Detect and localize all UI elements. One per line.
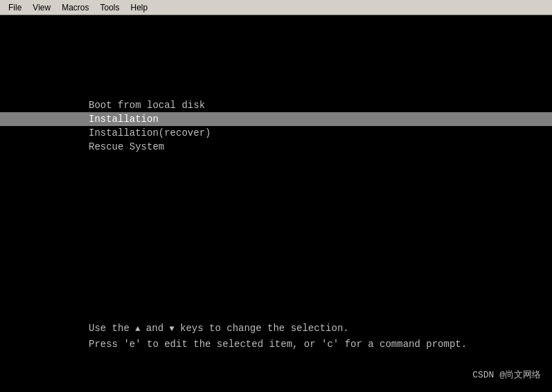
menu-view[interactable]: View: [27, 0, 56, 15]
help-line-2: Press 'e' to edit the selected item, or …: [89, 337, 467, 352]
menu-help[interactable]: Help: [125, 0, 154, 15]
menu-macros[interactable]: Macros: [56, 0, 94, 15]
help-line-1: Use the and keys to change the selection…: [89, 321, 467, 336]
menubar: File View Macros Tools Help: [0, 0, 552, 15]
menu-file[interactable]: File: [3, 0, 27, 15]
arrow-up-icon: [135, 323, 140, 334]
boot-menu-item[interactable]: Rescue System: [0, 140, 552, 154]
menu-tools[interactable]: Tools: [94, 0, 125, 15]
boot-menu-item-selected[interactable]: Installation: [0, 112, 552, 126]
boot-menu-item[interactable]: Boot from local disk: [0, 98, 552, 112]
arrow-down-icon: [169, 323, 174, 334]
watermark-text: CSDN @尚文网络: [472, 368, 541, 381]
terminal-area: Boot from local disk Installation Instal…: [0, 15, 552, 392]
boot-menu-item[interactable]: Installation(recover): [0, 126, 552, 140]
boot-menu: Boot from local disk Installation Instal…: [0, 98, 552, 154]
help-text-area: Use the and keys to change the selection…: [89, 321, 467, 352]
